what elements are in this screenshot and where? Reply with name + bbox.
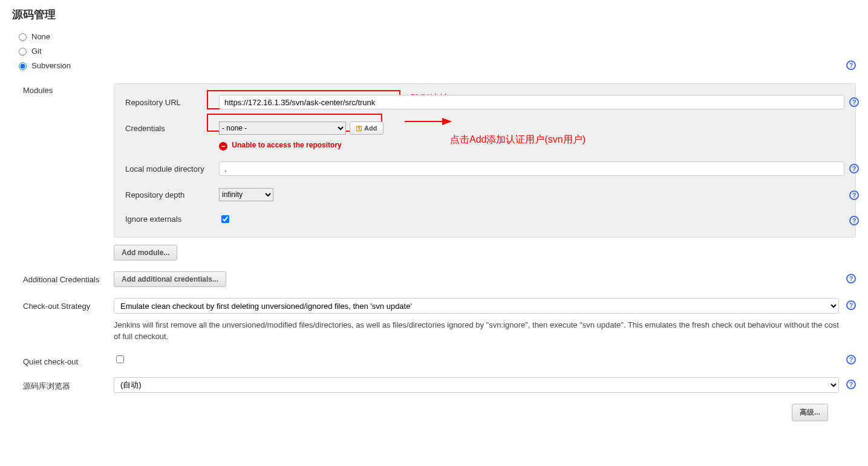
- repository-url-input[interactable]: [219, 95, 844, 109]
- scm-radio-subversion[interactable]: [19, 62, 27, 70]
- local-module-dir-label: Local module directory: [125, 164, 219, 173]
- ignore-externals-label: Ignore externals: [125, 215, 219, 224]
- repository-url-label: Repository URL: [125, 98, 219, 107]
- repository-error: − Unable to access the repository: [219, 141, 844, 150]
- repository-error-text: Unable to access the repository: [232, 141, 341, 149]
- help-icon[interactable]: ?: [846, 60, 856, 70]
- add-additional-credentials-button[interactable]: Add additional credentials...: [114, 271, 226, 287]
- help-icon[interactable]: ?: [849, 97, 859, 107]
- checkout-strategy-description: Jenkins will first remove all the unvers…: [114, 320, 839, 343]
- scm-radio-none-label: None: [31, 32, 50, 41]
- modules-label: Modules: [23, 83, 114, 95]
- checkout-strategy-label: Check-out Strategy: [23, 298, 114, 311]
- scm-radio-git-label: Git: [31, 47, 42, 56]
- help-icon[interactable]: ?: [849, 190, 859, 200]
- help-icon[interactable]: ?: [849, 216, 859, 225]
- error-icon: −: [219, 142, 227, 150]
- scm-radio-git[interactable]: [19, 48, 27, 56]
- checkout-strategy-select[interactable]: Emulate clean checkout by first deleting…: [114, 298, 839, 314]
- credentials-select[interactable]: - none -: [219, 121, 346, 135]
- ignore-externals-checkbox[interactable]: [221, 215, 229, 223]
- scm-radio-none[interactable]: [19, 33, 27, 41]
- help-icon[interactable]: ?: [846, 355, 856, 364]
- help-icon[interactable]: ?: [846, 274, 856, 283]
- help-icon[interactable]: ?: [846, 300, 856, 310]
- local-module-dir-input[interactable]: [219, 161, 844, 176]
- quiet-checkout-checkbox[interactable]: [116, 355, 124, 363]
- advanced-button[interactable]: 高级...: [792, 404, 828, 421]
- help-icon[interactable]: ?: [846, 380, 856, 389]
- quiet-checkout-label: Quiet check-out: [23, 354, 114, 366]
- page-title: 源码管理: [12, 7, 856, 22]
- add-module-button[interactable]: Add module...: [114, 245, 177, 261]
- repository-depth-label: Repository depth: [125, 190, 219, 199]
- repo-browser-label: 源码库浏览器: [23, 377, 114, 392]
- add-credentials-button-label: Add: [364, 125, 377, 132]
- key-icon: ⚿: [356, 125, 362, 132]
- module-panel: SVN地址 点击Add添加认证用户(svn用户) Repository URL …: [114, 83, 856, 238]
- credentials-label: Credentials: [125, 124, 219, 133]
- scm-radio-subversion-label: Subversion: [31, 61, 71, 70]
- additional-credentials-label: Additional Credentials: [23, 271, 114, 284]
- repo-browser-select[interactable]: (自动): [114, 377, 839, 393]
- add-credentials-button[interactable]: ⚿ Add: [350, 121, 383, 135]
- help-icon[interactable]: ?: [849, 164, 859, 173]
- repository-depth-select[interactable]: infinity: [219, 188, 273, 201]
